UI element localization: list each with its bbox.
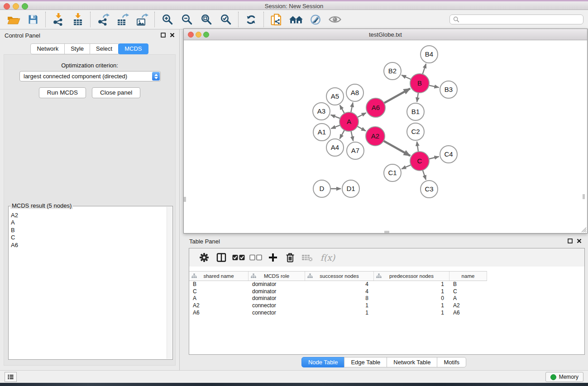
gear-icon xyxy=(199,252,210,263)
control-panel-tabs: NetworkStyleSelectMCDS xyxy=(0,43,179,54)
table-type-tabs: Node TableEdge TableNetwork TableMotifs xyxy=(180,357,588,367)
select-stepper-icon[interactable] xyxy=(152,72,160,81)
node-label-A5: A5 xyxy=(331,92,339,100)
table-row-A6[interactable]: A6connector11A6 xyxy=(189,309,584,316)
zoom-fit-icon xyxy=(201,14,212,25)
tab-network-table[interactable]: Network Table xyxy=(387,357,437,367)
export-network-button[interactable] xyxy=(93,11,113,28)
hide-graphics-details-button[interactable] xyxy=(306,11,325,28)
result-item-B[interactable]: B xyxy=(11,227,166,234)
control-panel-title: Control Panel xyxy=(5,32,40,39)
function-builder-button[interactable]: f(x) xyxy=(316,250,339,265)
control-panel: Control Panel NetworkStyleSelectMCDS Opt… xyxy=(0,29,180,370)
home-button[interactable] xyxy=(286,11,306,28)
show-columns-button[interactable] xyxy=(213,250,230,265)
result-item-A[interactable]: A xyxy=(11,219,166,226)
export-image-icon xyxy=(135,13,149,26)
delete-table-button[interactable] xyxy=(299,250,316,265)
toolbar-separator xyxy=(45,12,46,27)
zoom-out-button[interactable] xyxy=(177,11,196,28)
memory-label: Memory xyxy=(559,374,578,380)
column-header-successor-nodes[interactable]: successor nodes xyxy=(305,272,374,281)
export-network-icon xyxy=(96,13,110,26)
close-table-panel-icon[interactable] xyxy=(577,238,582,243)
run-mcds-button[interactable]: Run MCDS xyxy=(39,87,86,98)
session-search[interactable] xyxy=(449,14,583,24)
trash-icon xyxy=(285,252,295,263)
canvas-right-scroll-mark[interactable] xyxy=(583,194,585,199)
save-session-button[interactable] xyxy=(23,11,43,28)
tab-network[interactable]: Network xyxy=(30,43,65,54)
tab-mcds[interactable]: MCDS xyxy=(118,43,148,54)
import-network-button[interactable] xyxy=(48,11,68,28)
column-header-MCDS-role[interactable]: MCDS role xyxy=(249,272,305,281)
column-type-icon xyxy=(191,273,197,278)
canvas-left-scroll-mark[interactable] xyxy=(184,197,186,202)
table-row-A[interactable]: Adominator80A xyxy=(189,295,584,302)
export-image-button[interactable] xyxy=(132,11,152,28)
zoom-selected-button[interactable] xyxy=(216,11,235,28)
window-titlebar[interactable]: Session: New Session xyxy=(0,0,588,10)
table-toolbar: f(x) xyxy=(189,248,584,267)
tab-style[interactable]: Style xyxy=(64,43,90,54)
open-session-button[interactable] xyxy=(4,11,23,28)
close-panel-icon[interactable] xyxy=(170,33,175,38)
refresh-view-button[interactable] xyxy=(241,11,261,28)
tab-select[interactable]: Select xyxy=(90,43,119,54)
node-label-B4: B4 xyxy=(425,50,433,58)
export-table-icon xyxy=(116,13,129,26)
create-column-button[interactable] xyxy=(264,250,282,265)
show-graphics-details-button[interactable] xyxy=(325,11,344,28)
export-table-button[interactable] xyxy=(113,11,132,28)
refresh-icon xyxy=(245,14,257,25)
column-type-icon xyxy=(376,273,382,278)
tab-edge-table[interactable]: Edge Table xyxy=(344,357,387,367)
close-panel-button[interactable]: Close panel xyxy=(92,87,140,98)
list-icon xyxy=(8,374,14,380)
float-panel-icon[interactable] xyxy=(161,33,166,38)
result-item-A2[interactable]: A2 xyxy=(11,212,166,219)
result-item-C[interactable]: C xyxy=(11,234,166,241)
canvas-bottom-scroll-mark[interactable] xyxy=(384,231,389,233)
network-window-titlebar[interactable]: testGlobe.txt xyxy=(184,29,587,40)
mcds-result-title: MCDS result (5 nodes) xyxy=(10,202,73,209)
search-input[interactable] xyxy=(460,15,583,24)
task-history-button[interactable] xyxy=(5,372,17,382)
float-table-panel-icon[interactable] xyxy=(568,238,573,243)
column-type-icon xyxy=(307,273,313,278)
node-label-A8: A8 xyxy=(351,89,359,96)
deselect-all-columns-button[interactable] xyxy=(247,250,264,265)
table-row-C[interactable]: Cdominator41C xyxy=(189,288,584,295)
unchecked-boxes-icon xyxy=(249,254,262,261)
tab-node-table[interactable]: Node Table xyxy=(301,357,345,367)
result-scrollbar[interactable] xyxy=(167,207,172,359)
optimization-criterion-label: Optimization criterion: xyxy=(4,62,175,69)
column-header-predecessor-nodes[interactable]: predecessor nodes xyxy=(374,272,449,281)
table-header: shared nameMCDS rolesuccessor nodesprede… xyxy=(189,271,487,281)
memory-status-icon xyxy=(550,374,556,380)
table-row-A2[interactable]: A2connector11A2 xyxy=(189,302,584,309)
mcds-result-list: A2ABCA6 xyxy=(11,212,166,357)
network-window-title: testGlobe.txt xyxy=(184,31,587,38)
memory-button[interactable]: Memory xyxy=(545,372,583,382)
table-row-B[interactable]: Bdominator41B xyxy=(189,281,584,288)
zoom-in-icon xyxy=(162,14,173,25)
clone-network-button[interactable] xyxy=(267,11,286,28)
select-all-columns-button[interactable] xyxy=(230,250,247,265)
zoom-in-button[interactable] xyxy=(158,11,177,28)
home-icon xyxy=(289,14,303,24)
resize-grip-icon[interactable] xyxy=(580,226,587,233)
column-header-name[interactable]: name xyxy=(449,272,487,281)
import-table-button[interactable] xyxy=(68,11,87,28)
table-settings-button[interactable] xyxy=(196,250,213,265)
delete-column-button[interactable] xyxy=(282,250,299,265)
node-label-B: B xyxy=(417,79,422,87)
network-canvas[interactable]: B4B2BB3A8A5A6A3B1AC2A1A2A4A7C4CC1DD1C3 xyxy=(184,40,587,233)
result-item-A6[interactable]: A6 xyxy=(11,242,166,249)
node-label-A6: A6 xyxy=(372,104,380,111)
criterion-select[interactable]: largest connected component (directed) xyxy=(19,71,161,81)
tab-motifs[interactable]: Motifs xyxy=(437,357,466,367)
zoom-fit-button[interactable] xyxy=(196,11,216,28)
node-label-A3: A3 xyxy=(317,107,325,115)
column-header-shared-name[interactable]: shared name xyxy=(189,272,249,281)
